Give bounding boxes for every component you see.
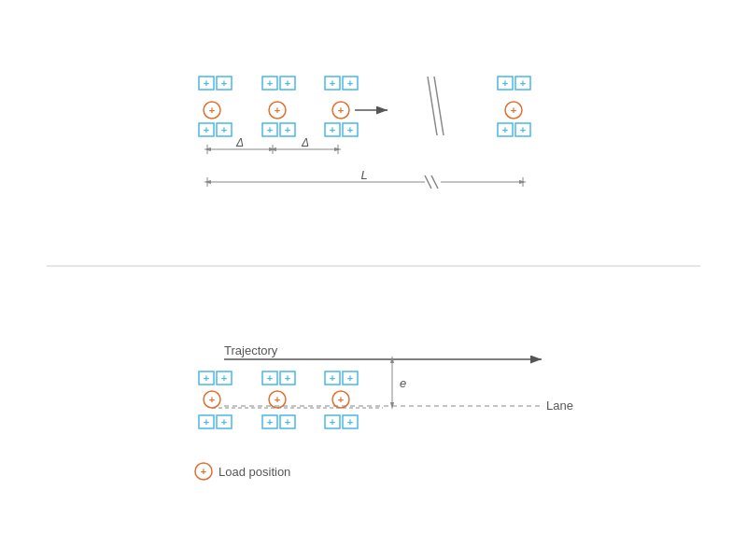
delta2-label: Δ [301, 136, 309, 149]
svg-text:+: + [204, 77, 209, 89]
svg-text:+: + [209, 105, 215, 116]
svg-text:+: + [221, 372, 227, 384]
svg-text:+: + [285, 77, 290, 89]
svg-text:+: + [330, 372, 335, 384]
lane-label: Lane [546, 399, 573, 413]
svg-text:+: + [347, 372, 353, 384]
svg-text:+: + [347, 77, 353, 89]
svg-text:+: + [338, 105, 344, 116]
svg-line-58 [425, 175, 431, 189]
svg-text:+: + [285, 124, 290, 135]
svg-line-59 [431, 175, 438, 189]
svg-text:+: + [338, 394, 344, 405]
svg-text:+: + [267, 124, 273, 135]
svg-text:+: + [347, 416, 353, 427]
svg-text:+: + [520, 77, 526, 89]
svg-text:+: + [221, 77, 227, 89]
svg-text:+: + [267, 372, 273, 384]
svg-text:+: + [209, 394, 215, 405]
legend-label: Load position [218, 465, 290, 479]
svg-text:+: + [330, 77, 335, 89]
svg-text:+: + [267, 77, 273, 89]
svg-text:+: + [221, 416, 227, 427]
svg-text:+: + [285, 372, 290, 384]
svg-text:+: + [347, 124, 353, 135]
svg-text:+: + [275, 394, 280, 405]
svg-text:+: + [502, 77, 508, 89]
svg-text:+: + [204, 416, 209, 427]
L-label: L [360, 168, 367, 182]
delta1-label: Δ [235, 136, 244, 149]
svg-text:+: + [511, 105, 516, 116]
svg-text:+: + [221, 124, 227, 135]
svg-text:+: + [204, 372, 209, 384]
svg-text:+: + [204, 124, 209, 135]
svg-text:+: + [267, 416, 273, 427]
e-label: e [400, 376, 406, 390]
svg-text:+: + [275, 105, 280, 116]
svg-text:+: + [502, 124, 508, 135]
svg-text:+: + [330, 124, 335, 135]
svg-text:+: + [520, 124, 526, 135]
trajectory-label: Trajectory [224, 343, 278, 357]
svg-text:+: + [201, 466, 206, 477]
svg-text:+: + [330, 416, 335, 427]
svg-text:+: + [285, 416, 290, 427]
